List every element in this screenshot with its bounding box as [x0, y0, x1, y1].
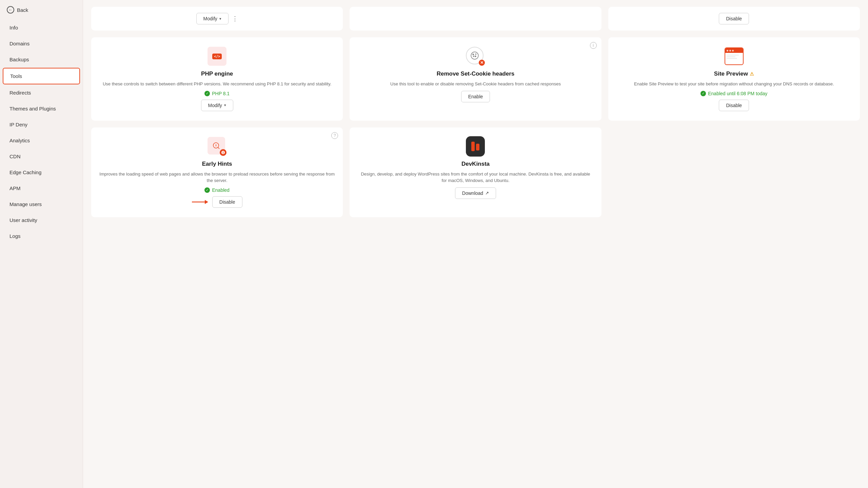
svg-rect-9	[223, 151, 223, 153]
partial-card-2	[350, 7, 601, 30]
svg-line-6	[218, 147, 219, 148]
warning-icon: ⚠	[750, 71, 754, 77]
sidebar-item-domains[interactable]: Domains	[3, 36, 80, 51]
early-hints-icon-wrap	[208, 137, 226, 156]
sidebar-item-label: APM	[9, 185, 21, 191]
top-partial-row: Modify ▾ ⋮ Disable	[91, 7, 860, 30]
back-button[interactable]: ← Back	[0, 0, 83, 20]
remove-cookie-desc: Use this tool to enable or disable remov…	[390, 81, 561, 87]
status-dot-icon: ✓	[701, 91, 706, 96]
early-hints-disable-button[interactable]: Disable	[212, 196, 242, 208]
arrow-right-icon	[192, 199, 208, 205]
sidebar-item-cdn[interactable]: CDN	[3, 149, 80, 164]
early-hints-badge-icon	[220, 149, 226, 156]
empty-card	[608, 127, 860, 217]
devkinsta-title: DevKinsta	[461, 161, 490, 167]
svg-point-0	[471, 52, 479, 59]
sidebar-item-label: Tools	[10, 73, 22, 79]
status-dot-icon: ✓	[204, 187, 210, 193]
site-preview-desc: Enable Site Preview to test your site be…	[634, 81, 834, 87]
early-hints-title: Early Hints	[202, 161, 232, 167]
sidebar-item-redirects[interactable]: Redirects	[3, 85, 80, 100]
sidebar: ← Back Info Domains Backups Tools Redire…	[0, 0, 83, 488]
more-options-icon[interactable]: ⋮	[232, 15, 238, 22]
sidebar-item-manage-users[interactable]: Manage users	[3, 197, 80, 212]
external-link-icon: ↗	[485, 190, 489, 196]
back-label: Back	[17, 7, 28, 13]
svg-marker-12	[205, 200, 208, 204]
modify-button-top-3[interactable]: Disable	[719, 13, 749, 24]
sidebar-item-edge-caching[interactable]: Edge Caching	[3, 165, 80, 180]
chevron-down-icon: ▾	[224, 103, 226, 107]
sidebar-item-label: Domains	[9, 41, 29, 46]
svg-rect-10	[223, 153, 223, 154]
site-preview-disable-button[interactable]: Disable	[719, 100, 749, 111]
site-preview-card: Site Preview ⚠ Enable Site Preview to te…	[608, 37, 860, 121]
site-preview-enabled-until: ✓ Enabled until 6:08 PM today	[701, 91, 767, 96]
svg-point-2	[476, 54, 476, 55]
sidebar-item-label: IP Deny	[9, 122, 27, 127]
chevron-down-icon: ▾	[219, 17, 221, 21]
sidebar-item-backups[interactable]: Backups	[3, 52, 80, 67]
devkinsta-icon-wrap	[466, 137, 485, 156]
sidebar-item-label: Analytics	[9, 138, 30, 143]
php-engine-title: PHP engine	[201, 70, 233, 77]
enable-button[interactable]: Enable	[461, 91, 490, 102]
sidebar-item-label: Info	[9, 25, 18, 30]
disable-row: Disable	[99, 196, 335, 208]
svg-point-4	[473, 56, 474, 57]
cookie-error-icon: ✕	[479, 60, 485, 66]
back-arrow-icon: ←	[7, 6, 14, 14]
info-icon[interactable]: i	[590, 42, 597, 49]
site-preview-title: Site Preview ⚠	[714, 70, 754, 77]
sidebar-item-ip-deny[interactable]: IP Deny	[3, 117, 80, 132]
sidebar-item-label: Logs	[9, 233, 21, 239]
sidebar-item-logs[interactable]: Logs	[3, 228, 80, 244]
svg-point-3	[475, 56, 476, 57]
info-icon[interactable]: ?	[331, 132, 338, 139]
sidebar-item-label: Backups	[9, 57, 29, 62]
early-hints-status: ✓ Enabled	[204, 187, 229, 193]
main-content: Modify ▾ ⋮ Disable </> PHP engine Use th…	[83, 0, 868, 488]
sidebar-item-label: CDN	[9, 154, 21, 159]
cards-grid: </> PHP engine Use these controls to swi…	[91, 37, 860, 217]
remove-cookie-title: Remove Set-Cookie headers	[437, 70, 515, 77]
php-modify-button[interactable]: Modify ▾	[201, 100, 233, 111]
modify-button-top[interactable]: Modify ▾	[196, 13, 229, 24]
php-version-label: PHP 8.1	[212, 91, 230, 96]
devkinsta-card: DevKinsta Design, develop, and deploy Wo…	[350, 127, 601, 217]
sidebar-item-label: Redirects	[9, 90, 31, 96]
sidebar-item-analytics[interactable]: Analytics	[3, 133, 80, 148]
early-hints-desc: Improves the loading speed of web pages …	[99, 171, 335, 184]
php-engine-card: </> PHP engine Use these controls to swi…	[91, 37, 343, 121]
sidebar-item-tools[interactable]: Tools	[3, 68, 80, 84]
sidebar-item-label: User activity	[9, 217, 37, 223]
early-hints-card: ?	[91, 127, 343, 217]
sidebar-item-apm[interactable]: APM	[3, 181, 80, 196]
site-preview-icon-wrap	[725, 47, 744, 66]
partial-card-1: Modify ▾ ⋮	[91, 7, 343, 30]
sidebar-item-label: Themes and Plugins	[9, 106, 56, 111]
partial-card-3: Disable	[608, 7, 860, 30]
remove-cookie-icon: ✕	[466, 47, 485, 66]
php-engine-icon: </>	[208, 47, 226, 66]
sidebar-item-label: Manage users	[9, 201, 42, 207]
status-dot-icon: ✓	[204, 91, 210, 96]
remove-cookie-card: i ✕ Remove Set-Cookie headers	[350, 37, 601, 121]
download-button[interactable]: Download ↗	[455, 187, 496, 199]
sidebar-item-label: Edge Caching	[9, 169, 41, 175]
php-engine-status: ✓ PHP 8.1	[204, 91, 230, 96]
sidebar-item-user-activity[interactable]: User activity	[3, 212, 80, 228]
sidebar-item-themes-plugins[interactable]: Themes and Plugins	[3, 101, 80, 116]
sidebar-item-info[interactable]: Info	[3, 20, 80, 35]
php-engine-desc: Use these controls to switch between dif…	[103, 81, 331, 87]
devkinsta-desc: Design, develop, and deploy WordPress si…	[358, 171, 593, 184]
svg-point-1	[473, 54, 474, 55]
